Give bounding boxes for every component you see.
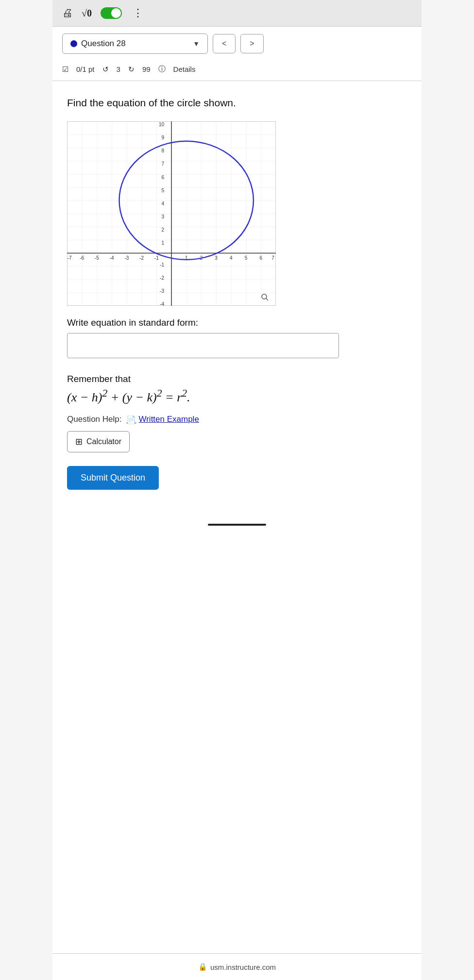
more-menu-icon[interactable]: ⋮ <box>133 7 143 19</box>
hint-title: Remember that <box>67 374 407 384</box>
next-question-button[interactable]: > <box>240 34 263 53</box>
score-text: 0/1 pt <box>76 65 95 73</box>
svg-text:6: 6 <box>260 255 263 261</box>
svg-text:4: 4 <box>230 255 233 261</box>
main-content: Find the equation of the circle shown. <box>52 81 422 519</box>
footer: 🔒 usm.instructure.com <box>52 953 422 980</box>
svg-text:7: 7 <box>161 162 164 167</box>
question-nav: Question 28 ▼ < > <box>52 27 422 61</box>
equation-input[interactable] <box>67 333 339 358</box>
question-help-label: Question Help: <box>67 415 121 424</box>
svg-text:1: 1 <box>161 241 164 246</box>
question-text: Find the equation of the circle shown. <box>67 96 407 110</box>
score-row: ☑ 0/1 pt ↺ 3 ↻ 99 ⓘ Details <box>52 61 422 81</box>
question-dropdown[interactable]: Question 28 ▼ <box>62 33 208 54</box>
print-icon[interactable]: 🖨 <box>62 7 73 19</box>
svg-text:3: 3 <box>161 214 164 219</box>
input-label: Write equation in standard form: <box>67 317 407 328</box>
hint-section: Remember that (x − h)2 + (y − k)2 = r2. <box>67 374 407 405</box>
calculator-button[interactable]: ⊞ Calculator <box>67 431 130 452</box>
calculator-icon: ⊞ <box>75 436 83 447</box>
svg-text:-4: -4 <box>160 301 164 306</box>
submit-question-button[interactable]: Submit Question <box>67 466 159 490</box>
question-label: Question 28 <box>81 39 189 49</box>
svg-text:-6: -6 <box>80 255 84 261</box>
svg-text:-3: -3 <box>160 288 164 294</box>
svg-text:3: 3 <box>215 255 218 261</box>
coordinate-graph: -6 -5 -4 -3 -2 -1 1 2 3 4 5 6 -7 7 10 9 … <box>67 121 276 306</box>
svg-text:2: 2 <box>161 228 164 233</box>
svg-text:4: 4 <box>161 201 164 206</box>
details-label: Details <box>173 65 196 73</box>
refresh-count: 99 <box>142 65 151 73</box>
refresh-icon: ↻ <box>128 65 135 74</box>
svg-text:-5: -5 <box>95 255 99 261</box>
svg-text:-4: -4 <box>110 255 114 261</box>
svg-text:6: 6 <box>161 175 164 180</box>
svg-text:9: 9 <box>161 135 164 141</box>
written-example-label: Written Example <box>138 415 199 424</box>
svg-text:8: 8 <box>161 149 164 154</box>
svg-text:-2: -2 <box>160 275 164 281</box>
dropdown-arrow-icon: ▼ <box>193 40 200 48</box>
graph-container: -6 -5 -4 -3 -2 -1 1 2 3 4 5 6 -7 7 10 9 … <box>67 121 276 306</box>
svg-text:5: 5 <box>245 255 248 261</box>
retry-icon: ↺ <box>102 65 109 74</box>
hint-formula: (x − h)2 + (y − k)2 = r2. <box>67 387 407 405</box>
retry-count: 3 <box>117 65 120 73</box>
home-indicator <box>208 524 266 526</box>
footer-url: usm.instructure.com <box>210 963 276 971</box>
svg-text:5: 5 <box>161 188 164 193</box>
toolbar: 🖨 √0 ⋮ <box>52 0 422 26</box>
lock-icon: 🔒 <box>198 963 207 971</box>
svg-text:10: 10 <box>159 122 165 127</box>
svg-text:-7: -7 <box>68 255 72 261</box>
sqrt-label: √0 <box>82 8 92 19</box>
written-example-link[interactable]: 📄 Written Example <box>126 415 199 424</box>
svg-text:-1: -1 <box>160 262 164 267</box>
svg-text:7: 7 <box>271 255 274 261</box>
svg-text:-3: -3 <box>124 255 129 261</box>
svg-text:-2: -2 <box>139 255 144 261</box>
question-help-row: Question Help: 📄 Written Example <box>67 415 407 424</box>
calculator-label: Calculator <box>86 437 121 446</box>
question-status-dot <box>70 40 77 47</box>
toggle-switch[interactable] <box>101 7 122 19</box>
score-check-icon: ☑ <box>62 65 68 74</box>
svg-text:-1: -1 <box>154 255 159 261</box>
info-icon: ⓘ <box>158 65 166 74</box>
prev-question-button[interactable]: < <box>213 34 236 53</box>
doc-icon: 📄 <box>126 415 136 424</box>
